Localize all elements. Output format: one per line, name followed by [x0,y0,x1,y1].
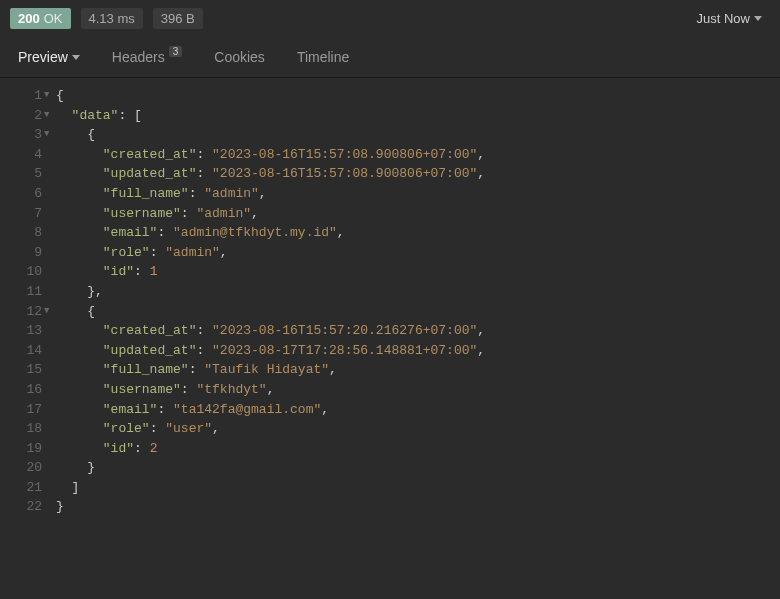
code-content: "username": "tfkhdyt", [56,380,274,400]
response-tab-bar: Preview Headers 3 Cookies Timeline [0,37,780,78]
code-line: 18 "role": "user", [0,419,780,439]
code-line: 22} [0,497,780,517]
fold-toggle-icon [44,184,56,204]
response-time-badge: 4.13 ms [81,8,143,29]
code-line: 14 "updated_at": "2023-08-17T17:28:56.14… [0,341,780,361]
fold-toggle-icon [44,380,56,400]
fold-toggle-icon [44,204,56,224]
code-content: "full_name": "Taufik Hidayat", [56,360,337,380]
tab-preview[interactable]: Preview [18,37,80,77]
code-line: 19 "id": 2 [0,439,780,459]
code-content: "full_name": "admin", [56,184,267,204]
code-line: 16 "username": "tfkhdyt", [0,380,780,400]
code-line: 15 "full_name": "Taufik Hidayat", [0,360,780,380]
code-content: "username": "admin", [56,204,259,224]
code-line: 17 "email": "ta142fa@gmail.com", [0,400,780,420]
line-number: 19 [0,439,44,459]
line-number: 17 [0,400,44,420]
code-content: "role": "user", [56,419,220,439]
response-size-badge: 396 B [153,8,203,29]
line-number: 15 [0,360,44,380]
caret-down-icon [754,16,762,21]
fold-toggle-icon [44,262,56,282]
line-number: 20 [0,458,44,478]
code-line: 8 "email": "admin@tfkhdyt.my.id", [0,223,780,243]
code-content: { [56,302,95,322]
status-badge: 200 OK [10,8,71,29]
code-line: 11 }, [0,282,780,302]
fold-toggle-icon[interactable] [44,86,56,106]
timestamp-dropdown[interactable]: Just Now [697,11,770,26]
code-line: 7 "username": "admin", [0,204,780,224]
line-number: 12 [0,302,44,322]
line-number: 16 [0,380,44,400]
response-body-code[interactable]: 1{2 "data": [3 {4 "created_at": "2023-08… [0,78,780,525]
code-line: 12 { [0,302,780,322]
line-number: 22 [0,497,44,517]
line-number: 21 [0,478,44,498]
fold-toggle-icon[interactable] [44,106,56,126]
code-line: 6 "full_name": "admin", [0,184,780,204]
code-content: "id": 1 [56,262,157,282]
line-number: 14 [0,341,44,361]
line-number: 3 [0,125,44,145]
code-content: "role": "admin", [56,243,228,263]
fold-toggle-icon [44,145,56,165]
line-number: 18 [0,419,44,439]
fold-toggle-icon [44,341,56,361]
fold-toggle-icon [44,243,56,263]
tab-timeline-label: Timeline [297,49,349,65]
fold-toggle-icon [44,282,56,302]
code-line: 10 "id": 1 [0,262,780,282]
code-content: "id": 2 [56,439,157,459]
code-line: 20 } [0,458,780,478]
line-number: 9 [0,243,44,263]
tab-headers-label: Headers [112,49,165,65]
fold-toggle-icon [44,458,56,478]
line-number: 2 [0,106,44,126]
code-content: "created_at": "2023-08-16T15:57:20.21627… [56,321,485,341]
line-number: 7 [0,204,44,224]
tab-headers-count: 3 [169,46,183,57]
line-number: 8 [0,223,44,243]
fold-toggle-icon [44,497,56,517]
fold-toggle-icon[interactable] [44,125,56,145]
fold-toggle-icon [44,400,56,420]
code-content: { [56,86,64,106]
code-content: "data": [ [56,106,142,126]
code-line: 21 ] [0,478,780,498]
fold-toggle-icon [44,478,56,498]
timestamp-label: Just Now [697,11,750,26]
tab-cookies-label: Cookies [214,49,265,65]
tab-cookies[interactable]: Cookies [214,37,265,77]
line-number: 13 [0,321,44,341]
tab-timeline[interactable]: Timeline [297,37,349,77]
code-line: 5 "updated_at": "2023-08-16T15:57:08.900… [0,164,780,184]
fold-toggle-icon [44,223,56,243]
fold-toggle-icon [44,419,56,439]
line-number: 11 [0,282,44,302]
code-content: } [56,458,95,478]
code-content: { [56,125,95,145]
code-content: } [56,497,64,517]
line-number: 5 [0,164,44,184]
tab-headers[interactable]: Headers 3 [112,37,182,77]
line-number: 6 [0,184,44,204]
code-content: "updated_at": "2023-08-16T15:57:08.90080… [56,164,485,184]
fold-toggle-icon [44,360,56,380]
fold-toggle-icon [44,164,56,184]
fold-toggle-icon [44,321,56,341]
code-line: 4 "created_at": "2023-08-16T15:57:08.900… [0,145,780,165]
code-content: }, [56,282,103,302]
status-text: OK [44,11,63,26]
code-line: 13 "created_at": "2023-08-16T15:57:20.21… [0,321,780,341]
response-top-bar: 200 OK 4.13 ms 396 B Just Now [0,0,780,37]
code-content: "email": "ta142fa@gmail.com", [56,400,329,420]
code-line: 9 "role": "admin", [0,243,780,263]
code-line: 1{ [0,86,780,106]
fold-toggle-icon [44,439,56,459]
fold-toggle-icon[interactable] [44,302,56,322]
line-number: 4 [0,145,44,165]
status-code: 200 [18,11,40,26]
code-content: "created_at": "2023-08-16T15:57:08.90080… [56,145,485,165]
